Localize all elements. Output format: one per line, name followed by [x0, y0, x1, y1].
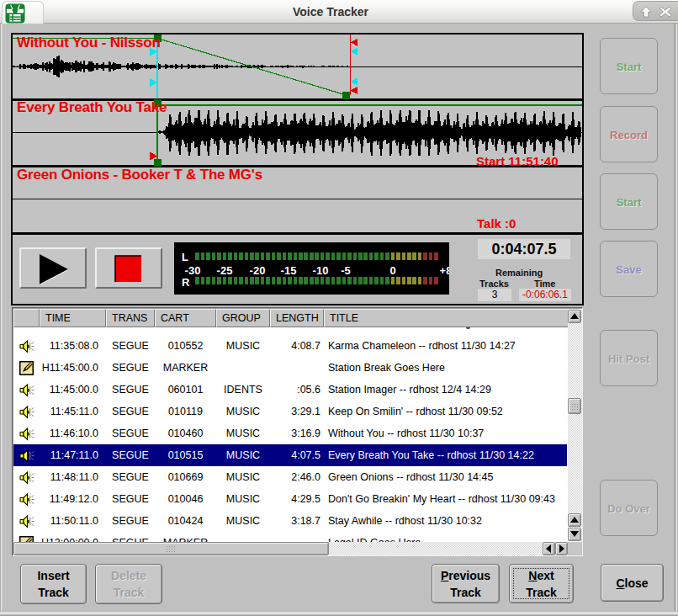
svg-text:-15: -15	[281, 264, 297, 277]
svg-text:-25: -25	[217, 264, 233, 277]
svg-text:L: L	[182, 251, 188, 263]
svg-text:0: 0	[389, 264, 395, 277]
svg-text:+8: +8	[440, 264, 449, 277]
svg-text:-5: -5	[341, 264, 351, 277]
svg-text:-10: -10	[313, 264, 329, 277]
svg-text:R: R	[182, 276, 190, 289]
svg-text:-30: -30	[185, 264, 201, 277]
svg-text:-20: -20	[250, 264, 266, 277]
